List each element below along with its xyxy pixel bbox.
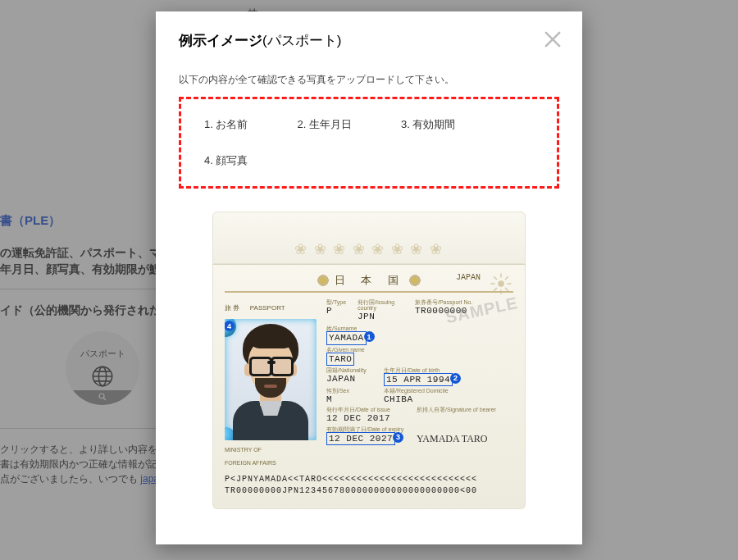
req-item-3: 3. 有効期間 <box>401 117 455 132</box>
req-item-4: 4. 顔写真 <box>204 154 248 166</box>
ministry-line1: MINISTRY OF <box>225 447 317 453</box>
pp-issue-label: 発行年月日/Date of issue <box>326 407 408 412</box>
pp-sex-label: 性別/Sex <box>326 388 376 394</box>
required-fields-box: 1. お名前 2. 生年月日 3. 有効期間 4. 顔写真 <box>179 97 559 189</box>
passport-header-row: 日 本 国 JAPAN <box>225 273 513 293</box>
pp-surname: YAMADA <box>329 333 364 343</box>
mrz-line2: TR00000000JPN123456780000000000000000000… <box>225 485 513 497</box>
passport-info: 型/Type P 発行国/Issuing country JPN 旅券番号/Pa… <box>326 299 513 466</box>
chrysanthemum-large-icon <box>489 271 513 296</box>
pp-sex: M <box>326 394 376 405</box>
pp-country-label: 発行国/Issuing country <box>358 299 407 311</box>
passport-header-kanji: 日 本 国 <box>335 273 404 288</box>
pp-sig-label: 所持人自署/Signature of bearer <box>417 407 513 412</box>
pp-surname-label: 姓/Surname <box>326 326 513 331</box>
pp-registered-label: 本籍/Registered Domicile <box>384 388 513 394</box>
pp-type-label: 型/Type <box>326 299 349 305</box>
passport-data-page: 日 本 国 JAPAN SAMPLE 旅 券 PASSPORT 4 <box>212 264 526 509</box>
pp-issue: 12 DEC 2017 <box>326 412 408 424</box>
pp-expiry-hl: 12 DEC 2027 <box>326 432 395 445</box>
svg-point-3 <box>498 280 504 287</box>
chrysanthemum-icon <box>408 274 421 287</box>
passport-top-page: ❀ ❀ ❀ ❀ ❀ ❀ ❀ ❀ <box>212 212 526 264</box>
passport-sample: ❀ ❀ ❀ ❀ ❀ ❀ ❀ ❀ 日 本 国 JAPAN SAMPLE 旅 券 P… <box>212 212 526 509</box>
pp-given: TARO <box>329 354 352 364</box>
badge-1: 1 <box>364 331 375 342</box>
ministry-line2: FOREIGN AFFAIRS <box>225 460 317 467</box>
pp-dob-hl: 15 APR 1994 <box>384 373 453 386</box>
pp-passport-label: PASSPORT <box>250 304 285 312</box>
passport-top-pattern: ❀ ❀ ❀ ❀ ❀ ❀ ❀ ❀ <box>213 234 525 258</box>
chrysanthemum-icon <box>317 274 330 287</box>
mrz-block: P<JPNYAMADA<<TARO<<<<<<<<<<<<<<<<<<<<<<<… <box>225 474 513 497</box>
pp-expiry-label: 有効期間満了日/Date of expiry <box>326 426 408 432</box>
badge-2: 2 <box>450 373 461 384</box>
pp-travel-label: 旅 券 <box>225 304 239 312</box>
pp-country: JPN <box>358 311 407 322</box>
passport-photo: 4 <box>225 319 317 440</box>
pp-signature: YAMADA TARO <box>417 433 513 445</box>
pp-nationality: JAPAN <box>326 373 376 385</box>
mrz-line1: P<JPNYAMADA<<TARO<<<<<<<<<<<<<<<<<<<<<<<… <box>225 474 513 485</box>
pp-dob-label: 生年月日/Date of birth <box>384 367 513 373</box>
pp-type: P <box>326 305 349 316</box>
example-image-modal: 例示イメージ(パスポート) 以下の内容が全て確認できる写真をアップロードして下さ… <box>156 11 582 544</box>
pp-dob: 15 APR 1994 <box>386 375 450 385</box>
modal-subtitle: 以下の内容が全て確認できる写真をアップロードして下さい。 <box>179 73 559 87</box>
modal-title-rest: (パスポート) <box>262 33 341 48</box>
pp-given-hl: TARO <box>326 353 354 366</box>
modal-title: 例示イメージ(パスポート) <box>179 31 559 50</box>
passport-header-japan: JAPAN <box>456 273 481 282</box>
modal-title-bold: 例示イメージ <box>179 33 262 48</box>
req-item-1: 1. お名前 <box>204 117 248 132</box>
close-button[interactable] <box>541 28 564 51</box>
pp-expiry: 12 DEC 2027 <box>329 434 393 444</box>
req-item-2: 2. 生年月日 <box>297 117 351 132</box>
close-icon <box>541 28 564 51</box>
pp-surname-hl: YAMADA <box>326 331 367 344</box>
badge-3: 3 <box>393 432 403 443</box>
pp-nationality-label: 国籍/Nationality <box>326 367 376 373</box>
pp-given-label: 名/Given name <box>326 347 513 353</box>
pp-registered: CHIBA <box>384 394 513 405</box>
